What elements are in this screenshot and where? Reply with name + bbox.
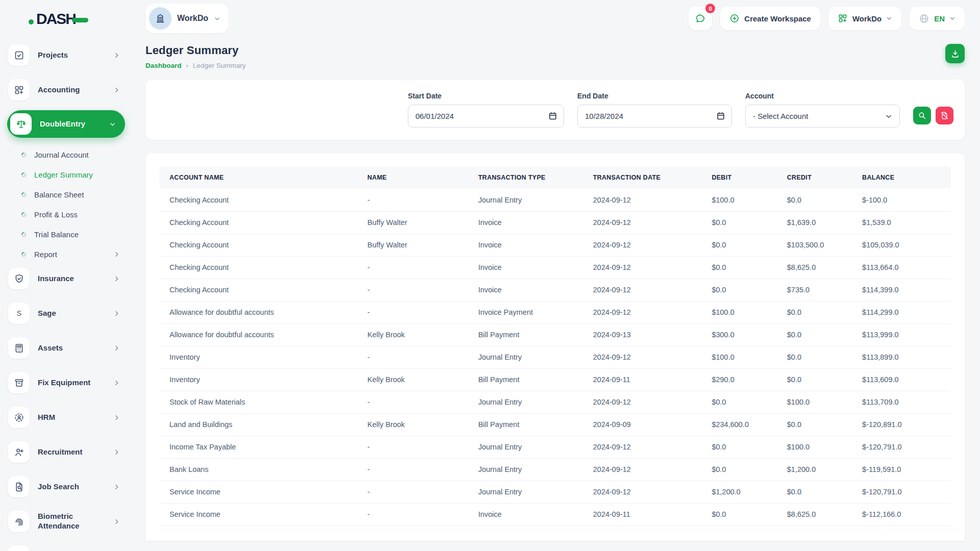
table-row[interactable]: Checking Account Buffy Walter Invoice 20… bbox=[159, 211, 951, 234]
cell-credit: $0.0 bbox=[777, 189, 852, 211]
cell-balance: $-120,791.0 bbox=[852, 436, 951, 458]
chevron-right-icon bbox=[113, 380, 120, 386]
cell-balance: $113,709.0 bbox=[852, 391, 951, 413]
sidebar-item-biometric-attendance[interactable]: Biometric Attendance bbox=[7, 507, 125, 536]
workdo-menu-button[interactable]: WorkDo bbox=[828, 7, 901, 30]
create-workspace-label: Create Workspace bbox=[744, 14, 811, 23]
cell-account-name: Stock of Raw Materials bbox=[159, 391, 357, 413]
sidebar-item-fix-equipment[interactable]: Fix Equipment bbox=[7, 368, 125, 397]
account-select[interactable]: - Select Account bbox=[745, 105, 900, 128]
table-row[interactable]: Checking Account Buffy Walter Invoice 20… bbox=[159, 234, 951, 256]
chevron-right-icon bbox=[113, 414, 120, 421]
column-header-account-name: ACCOUNT NAME bbox=[159, 166, 357, 189]
cell-account-name: Bank Loans bbox=[159, 458, 357, 481]
cell-credit: $1,200.0 bbox=[777, 458, 852, 481]
cell-credit: $0.0 bbox=[777, 323, 852, 346]
cell-name: - bbox=[357, 301, 468, 323]
cell-transaction-type: Journal Entry bbox=[468, 346, 583, 368]
sidebar-item-procurement[interactable]: Procurement bbox=[7, 542, 125, 551]
cell-name: Kelly Brook bbox=[357, 368, 468, 391]
cell-transaction-date: 2024-09-12 bbox=[583, 234, 702, 256]
sidebar-item-recruitment[interactable]: Recruitment bbox=[7, 438, 125, 466]
sage-icon: S bbox=[8, 303, 30, 324]
create-workspace-button[interactable]: Create Workspace bbox=[720, 7, 820, 30]
column-header-debit: DEBIT bbox=[701, 166, 776, 189]
page-title: Ledger Summary bbox=[145, 44, 246, 57]
app-logo[interactable]: DASH bbox=[7, 7, 125, 41]
table-row[interactable]: Service Income - Journal Entry 2024-09-1… bbox=[159, 481, 951, 503]
sidebar-item-sage[interactable]: S Sage bbox=[7, 299, 125, 328]
cell-transaction-date: 2024-09-12 bbox=[583, 436, 702, 458]
table-row[interactable]: Land and Buildings Kelly Brook Bill Paym… bbox=[159, 413, 951, 436]
table-row[interactable]: Bank Loans - Journal Entry 2024-09-12 $0… bbox=[159, 458, 951, 481]
grid-plus-icon bbox=[8, 79, 30, 101]
cell-name: - bbox=[357, 458, 468, 481]
cell-credit: $1,639.0 bbox=[777, 211, 852, 234]
chevron-right-icon bbox=[113, 52, 120, 59]
end-date-input[interactable] bbox=[577, 105, 732, 128]
cell-account-name: Checking Account bbox=[159, 211, 357, 234]
sidebar-item-job-search[interactable]: Job Search bbox=[7, 472, 125, 501]
sidebar-item-hrm[interactable]: HRM bbox=[7, 403, 125, 432]
table-row[interactable]: Inventory - Journal Entry 2024-09-12 $10… bbox=[159, 346, 951, 368]
cell-transaction-type: Bill Payment bbox=[468, 323, 583, 346]
table-row[interactable]: Allowance for doubtful accounts - Invoic… bbox=[159, 301, 951, 323]
cell-account-name: Checking Account bbox=[159, 189, 357, 211]
table-row[interactable]: Checking Account - Journal Entry 2024-09… bbox=[159, 189, 951, 211]
sidebar-subitem-journal-account[interactable]: Journal Account bbox=[7, 145, 125, 165]
logo-text: DASH bbox=[36, 10, 76, 28]
cell-credit: $8,625.0 bbox=[777, 503, 852, 525]
table-row[interactable]: Allowance for doubtful accounts Kelly Br… bbox=[159, 323, 951, 346]
sidebar-item-assets[interactable]: Assets bbox=[7, 334, 125, 362]
building-icon bbox=[149, 7, 172, 30]
sidebar-item-insurance[interactable]: Insurance bbox=[7, 264, 125, 293]
sidebar-item-accounting[interactable]: Accounting bbox=[7, 76, 125, 104]
top-header: WorkDo 0 Create Workspace bbox=[145, 0, 965, 37]
table-row[interactable]: Service Income - Invoice 2024-09-11 $0.0… bbox=[159, 503, 951, 525]
messages-button[interactable]: 0 bbox=[689, 7, 712, 30]
reset-filter-button[interactable] bbox=[936, 107, 953, 124]
person-plus-icon bbox=[8, 441, 30, 463]
cell-name: Kelly Brook bbox=[357, 413, 468, 436]
table-row[interactable]: Stock of Raw Materials - Journal Entry 2… bbox=[159, 391, 951, 413]
table-row[interactable]: Inventory Kelly Brook Bill Payment 2024-… bbox=[159, 368, 951, 391]
cell-balance: $113,609.0 bbox=[852, 368, 951, 391]
column-header-transaction-date: TRANSACTION DATE bbox=[583, 166, 702, 189]
document-search-icon bbox=[8, 476, 30, 497]
sidebar-subitem-report[interactable]: Report bbox=[7, 244, 125, 264]
cell-debit: $0.0 bbox=[701, 391, 776, 413]
cart-icon bbox=[8, 545, 30, 551]
sidebar-item-projects[interactable]: Projects bbox=[7, 41, 125, 69]
breadcrumb-dashboard-link[interactable]: Dashboard bbox=[145, 62, 182, 69]
sidebar-item-doubleentry[interactable]: DoubleEntry bbox=[7, 110, 125, 138]
language-code: EN bbox=[934, 14, 945, 23]
breadcrumb-current: Ledger Summary bbox=[193, 62, 246, 69]
bullet-icon bbox=[20, 251, 27, 258]
archive-icon bbox=[8, 372, 30, 393]
table-row[interactable]: Income Tax Payable - Journal Entry 2024-… bbox=[159, 436, 951, 458]
sidebar-subitem-ledger-summary[interactable]: Ledger Summary bbox=[7, 165, 125, 185]
table-row[interactable]: Checking Account - Invoice 2024-09-12 $0… bbox=[159, 279, 951, 301]
cell-transaction-type: Bill Payment bbox=[468, 413, 583, 436]
sidebar-subitem-balance-sheet[interactable]: Balance Sheet bbox=[7, 185, 125, 205]
chevron-right-icon bbox=[113, 276, 120, 282]
sidebar-subitem-profit-loss[interactable]: Profit & Loss bbox=[7, 205, 125, 224]
person-target-icon bbox=[8, 407, 30, 428]
sidebar-subitem-trial-balance[interactable]: Trial Balance bbox=[7, 224, 125, 244]
cell-transaction-type: Bill Payment bbox=[468, 368, 583, 391]
language-selector[interactable]: EN bbox=[910, 7, 965, 30]
cell-transaction-type: Invoice bbox=[468, 234, 583, 256]
cell-debit: $1,200.0 bbox=[701, 481, 776, 503]
cell-name: Buffy Walter bbox=[357, 211, 468, 234]
chevron-down-icon bbox=[949, 15, 955, 21]
start-date-input[interactable] bbox=[408, 105, 564, 128]
cell-transaction-date: 2024-09-12 bbox=[583, 256, 702, 279]
cell-account-name: Inventory bbox=[159, 368, 357, 391]
search-button[interactable] bbox=[913, 107, 931, 124]
download-button[interactable] bbox=[945, 44, 965, 63]
workspace-selector[interactable]: WorkDo bbox=[145, 4, 229, 33]
chevron-down-icon bbox=[886, 15, 892, 21]
sidebar: DASH Projects Accounting bbox=[0, 0, 130, 551]
table-row[interactable]: Checking Account - Invoice 2024-09-12 $0… bbox=[159, 256, 951, 279]
bullet-icon bbox=[20, 171, 27, 178]
